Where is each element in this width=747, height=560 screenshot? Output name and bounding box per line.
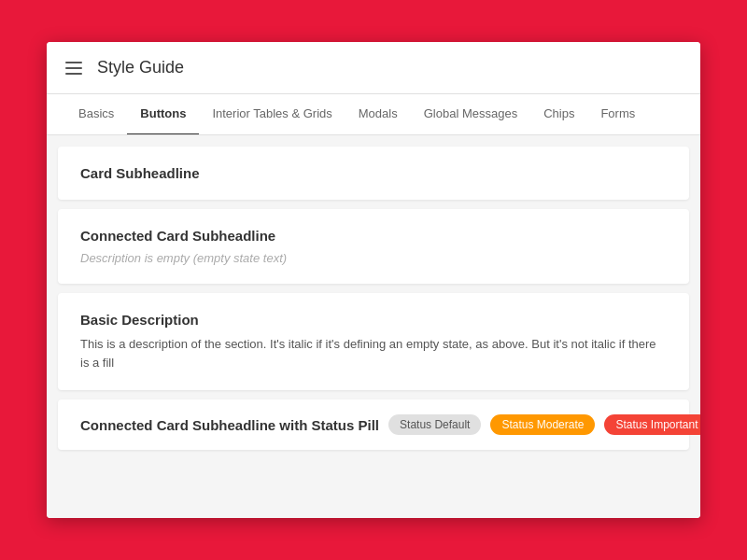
tab-global-messages[interactable]: Global Messages [411,94,530,135]
tab-chips[interactable]: Chips [530,94,587,135]
status-pill-moderate: Status Moderate [490,414,595,435]
tab-buttons[interactable]: Buttons [127,94,199,135]
card-basic-description: Basic Description This is a description … [58,293,689,390]
content-area: Card Subheadline Connected Card Subheadl… [47,135,700,518]
app-title: Style Guide [97,58,184,77]
status-pill-default: Status Default [388,414,481,435]
bottom-card-title: Connected Card Subheadline with Status P… [80,417,379,433]
tab-modals[interactable]: Modals [345,94,411,135]
header: Style Guide [47,42,700,94]
hamburger-icon[interactable] [65,62,82,75]
tab-interior-tables[interactable]: Interior Tables & Grids [199,94,345,135]
card-title: Basic Description [80,312,667,328]
card-connected-subheadline: Connected Card Subheadline Description i… [58,209,689,284]
tab-basics[interactable]: Basics [65,94,127,135]
nav-tabs: Basics Buttons Interior Tables & Grids M… [47,94,700,135]
tab-forms[interactable]: Forms [587,94,648,135]
app-window: Style Guide Basics Buttons Interior Tabl… [47,42,700,518]
card-title: Connected Card Subheadline [80,228,667,244]
card-with-status-pills: Connected Card Subheadline with Status P… [58,399,689,450]
card-title: Card Subheadline [80,165,667,181]
card-subheadline: Card Subheadline [58,147,689,200]
card-description: Description is empty (empty state text) [80,251,667,265]
card-body-text: This is a description of the section. It… [80,335,667,371]
status-pill-important: Status Important [604,414,700,435]
